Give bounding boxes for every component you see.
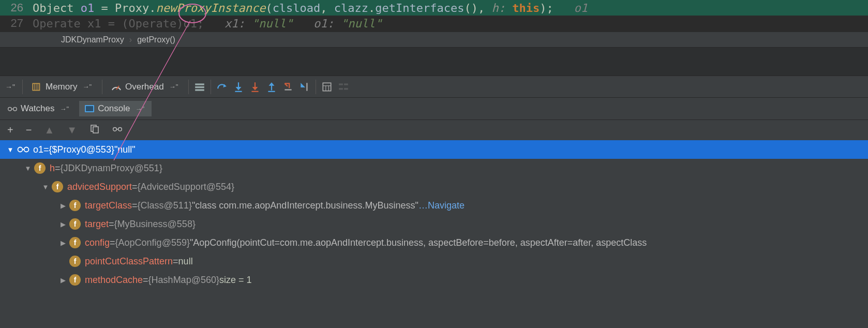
breadcrumb-separator-icon: › <box>129 35 132 44</box>
var-size: size = 1 <box>219 275 252 286</box>
copy-button[interactable] <box>89 124 100 136</box>
tree-row-advicedSupport[interactable]: ▼ f advicedSupport = {AdvicedSupport@554… <box>0 177 868 196</box>
svg-marker-20 <box>301 83 306 87</box>
code-text: Operate x1 = (Operate)o1; x1: "null" o1:… <box>33 17 868 30</box>
field-badge-icon: f <box>69 237 81 248</box>
equals: = <box>132 182 138 192</box>
debug-tabs: Watches →" Console →" <box>0 98 868 120</box>
overhead-view-button[interactable]: Overhead →" <box>108 80 183 94</box>
move-down-button[interactable]: ▼ <box>67 124 77 136</box>
svg-rect-27 <box>344 83 348 85</box>
glasses-icon <box>17 144 30 155</box>
variables-toolbar: + − ▲ ▼ <box>0 120 868 140</box>
var-name: methodCache <box>85 275 143 286</box>
var-name: advicedSupport <box>67 182 132 192</box>
field-badge-icon: f <box>52 181 63 192</box>
expand-arrow-icon[interactable]: ▼ <box>24 165 32 172</box>
overhead-label: Overhead <box>125 82 164 92</box>
equals: = <box>143 275 148 286</box>
svg-rect-28 <box>339 88 343 90</box>
svg-marker-13 <box>252 87 258 91</box>
tree-row-pointCutClassPattern[interactable]: f pointCutClassPattern = null <box>0 252 868 271</box>
step-into-icon[interactable] <box>233 81 244 93</box>
pin-icon: →" <box>80 82 94 92</box>
layout-icon[interactable] <box>194 81 205 93</box>
field-badge-icon: f <box>69 200 81 211</box>
var-value: {AdvicedSupport@554} <box>138 182 234 192</box>
editor-line-27[interactable]: 27 Operate x1 = (Operate)o1; x1: "null" … <box>0 16 868 31</box>
var-string: "AopConfig(pointCut=com.me.aopAndInterce… <box>190 237 647 248</box>
tree-row-target[interactable]: ▶ f target = {MyBusiness@558} <box>0 215 868 233</box>
svg-point-30 <box>8 108 12 111</box>
evaluate-icon[interactable] <box>321 81 333 93</box>
tree-row-config[interactable]: ▶ f config = {AopConfig@559} "AopConfig(… <box>0 233 868 252</box>
breadcrumb-class[interactable]: JDKDynamProxy <box>61 35 124 44</box>
var-value: {$Proxy0@553} <box>49 144 114 155</box>
line-number: 26 <box>0 1 33 14</box>
force-step-into-icon[interactable] <box>249 81 261 93</box>
navigate-link[interactable]: Navigate <box>428 200 465 211</box>
step-over-icon[interactable] <box>216 81 228 93</box>
pin-icon: →" <box>58 104 71 114</box>
equals: = <box>132 200 138 211</box>
run-to-cursor-icon[interactable] <box>299 81 310 93</box>
field-badge-icon: f <box>69 218 81 230</box>
memory-view-button[interactable]: Memory →" <box>28 80 97 94</box>
console-tab[interactable]: Console →" <box>79 101 152 116</box>
remove-watch-button[interactable]: − <box>26 124 32 136</box>
step-out-icon[interactable] <box>266 81 277 93</box>
var-value: null <box>178 256 193 267</box>
var-value: {MyBusiness@558} <box>114 219 196 230</box>
toolbar-separator <box>102 80 102 94</box>
move-up-button[interactable]: ▲ <box>44 124 54 136</box>
no-arrow <box>59 258 67 265</box>
var-value: {HashMap@560} <box>148 275 219 286</box>
debug-toolbar: →​" Memory →" Overhead →" <box>0 76 868 98</box>
tree-row-o1[interactable]: ▼ o1 = {$Proxy0@553} "null" <box>0 140 868 159</box>
toolbar-separator <box>211 80 211 94</box>
field-badge-icon: f <box>34 162 46 174</box>
field-badge-icon: f <box>69 256 81 267</box>
toolbar-separator <box>22 80 23 94</box>
breadcrumb-method[interactable]: getProxy() <box>137 35 175 44</box>
watches-tab[interactable]: Watches →" <box>2 101 76 116</box>
toolbar-separator <box>188 80 189 94</box>
svg-rect-17 <box>268 91 275 92</box>
svg-rect-29 <box>344 88 348 90</box>
trace-icon[interactable] <box>338 81 349 93</box>
expand-arrow-icon[interactable]: ▼ <box>41 183 50 191</box>
expand-arrow-icon[interactable]: ▶ <box>59 239 67 247</box>
var-name: o1 <box>33 144 43 155</box>
var-name: targetClass <box>85 200 132 211</box>
code-text: Object o1 = Proxy.newProxyInstance(clslo… <box>33 2 868 14</box>
var-name: target <box>85 219 109 230</box>
glasses-icon <box>7 104 18 113</box>
equals: = <box>109 219 114 230</box>
drop-frame-icon[interactable] <box>282 81 294 93</box>
expand-arrow-icon[interactable]: ▶ <box>59 202 67 210</box>
tree-row-targetClass[interactable]: ▶ f targetClass = {Class@511} "class com… <box>0 196 868 215</box>
tree-row-methodCache[interactable]: ▶ f methodCache = {HashMap@560} size = 1 <box>0 271 868 289</box>
equals: = <box>55 163 61 174</box>
editor-line-26[interactable]: 26 Object o1 = Proxy.newProxyInstance(cl… <box>0 0 868 16</box>
equals: = <box>110 237 115 248</box>
tree-row-h[interactable]: ▼ f h = {JDKDynamProxy@551} <box>0 159 868 177</box>
show-watches-icon[interactable] <box>112 124 123 136</box>
var-name: h <box>50 163 55 174</box>
pin-icon: →" <box>167 82 181 92</box>
svg-rect-19 <box>285 89 292 90</box>
expand-arrow-icon[interactable]: ▶ <box>59 220 67 228</box>
svg-rect-36 <box>93 127 98 133</box>
pin-left-icon[interactable]: →​" <box>3 82 17 92</box>
svg-marker-16 <box>269 82 275 86</box>
add-watch-button[interactable]: + <box>7 124 13 136</box>
expand-arrow-icon[interactable]: ▶ <box>59 276 67 284</box>
memory-label: Memory <box>46 82 77 92</box>
breadcrumb: JDKDynamProxy › getProxy() <box>0 32 868 47</box>
console-label: Console <box>98 103 130 114</box>
watches-label: Watches <box>21 103 55 114</box>
svg-point-41 <box>24 147 29 152</box>
memory-icon <box>31 81 42 93</box>
expand-arrow-icon[interactable]: ▼ <box>6 146 14 154</box>
svg-point-37 <box>113 128 117 131</box>
